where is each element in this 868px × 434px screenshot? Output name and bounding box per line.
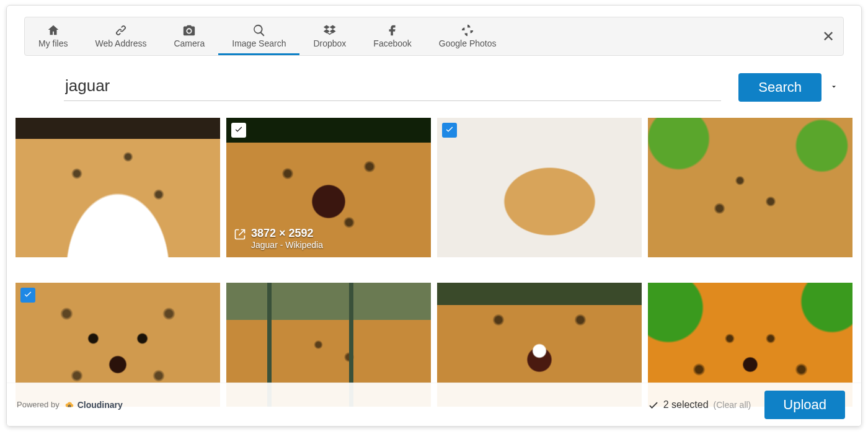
result-thumbnail[interactable] [648,118,852,257]
upload-widget-window: My files Web Address Camera Image Search… [6,5,862,427]
tab-web-address[interactable]: Web Address [81,17,160,55]
check-icon [23,289,33,301]
powered-by-label: Powered by Cloudinary [17,400,123,410]
tab-label: Camera [174,38,205,48]
tab-camera[interactable]: Camera [160,17,218,55]
selection-info: 2 selected (Clear all) [647,399,751,411]
result-info-overlay: 3872 × 2592 Jaguar - Wikipedia [234,227,323,250]
check-icon [647,399,660,411]
result-thumbnail[interactable] [16,118,220,257]
search-row: Search [64,73,838,102]
tab-label: Image Search [232,38,286,48]
search-button[interactable]: Search [738,73,822,102]
result-dimensions: 3872 × 2592 [251,227,323,240]
link-icon [113,24,129,37]
tab-label: My files [38,38,68,48]
dropbox-icon [322,24,338,37]
tab-dropbox[interactable]: Dropbox [299,17,360,55]
results-grid: 3872 × 2592 Jaguar - Wikipedia [7,109,861,426]
close-icon: ✕ [822,28,835,45]
search-input[interactable] [64,74,721,101]
select-checkbox[interactable] [20,288,35,303]
selected-count: 2 selected [663,399,709,410]
tab-my-files[interactable]: My files [25,17,81,55]
tab-facebook[interactable]: Facebook [360,17,425,55]
source-tabs-bar: My files Web Address Camera Image Search… [24,17,844,56]
tab-google-photos[interactable]: Google Photos [425,17,510,55]
close-button[interactable]: ✕ [822,29,835,44]
result-image [437,118,642,257]
camera-icon [181,24,197,37]
footer-bar: Powered by Cloudinary 2 selected (Clear … [7,383,861,426]
search-icon [251,24,267,37]
tab-label: Dropbox [313,38,346,48]
home-icon [45,24,61,37]
result-thumbnail[interactable]: 3872 × 2592 Jaguar - Wikipedia [226,118,431,257]
select-checkbox[interactable] [231,123,246,138]
select-checkbox[interactable] [442,123,457,138]
cloud-icon [63,401,76,409]
check-icon [234,124,244,136]
search-options-dropdown[interactable] [830,82,838,93]
google-photos-icon [459,24,476,37]
result-image [16,118,220,257]
tab-label: Google Photos [439,38,497,48]
result-image [648,118,852,257]
check-icon [445,124,454,136]
open-external-icon[interactable] [234,228,246,242]
facebook-icon [384,24,401,37]
cloudinary-logo[interactable]: Cloudinary [63,400,123,410]
result-title: Jaguar - Wikipedia [251,240,323,250]
result-thumbnail[interactable] [437,118,642,257]
clear-all-link[interactable]: (Clear all) [714,400,751,410]
tab-label: Facebook [373,38,411,48]
caret-down-icon [830,82,838,92]
tab-label: Web Address [95,38,146,48]
tab-image-search[interactable]: Image Search [218,17,299,55]
upload-button[interactable]: Upload [764,391,845,419]
